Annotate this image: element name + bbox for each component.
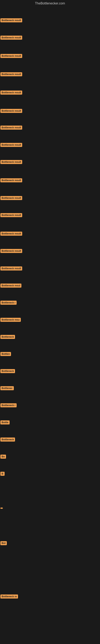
- bottleneck-item-21: Bottleneck: [0, 369, 15, 374]
- bottleneck-badge-16: Bottleneck resul: [0, 284, 21, 288]
- bottleneck-badge-29: Bot: [0, 541, 7, 545]
- bottleneck-badge-1: Bottleneck result: [0, 18, 22, 22]
- bottleneck-badge-30: Bottleneck re: [0, 594, 18, 598]
- bottleneck-badge-7: Bottleneck result: [0, 126, 22, 130]
- bottleneck-item-12: Bottleneck result: [0, 213, 22, 218]
- bottleneck-badge-23: Bottleneck r: [0, 403, 17, 407]
- bottleneck-item-24: Bottle: [0, 420, 10, 425]
- site-title: TheBottlenecker.com: [0, 0, 100, 7]
- bottleneck-item-10: Bottleneck result: [0, 178, 22, 183]
- bottleneck-badge-24: Bottle: [0, 420, 10, 424]
- bottleneck-badge-6: Bottleneck result: [0, 109, 22, 113]
- bottleneck-badge-27: B: [0, 472, 4, 476]
- bottleneck-item-3: Bottleneck result: [0, 54, 22, 59]
- bottleneck-item-13: Bottleneck result: [0, 232, 22, 236]
- bottleneck-badge-26: Bo: [0, 454, 6, 459]
- bottleneck-item-26: Bo: [0, 454, 6, 460]
- bottleneck-item-7: Bottleneck result: [0, 126, 22, 130]
- bottleneck-badge-20: Bottlen: [0, 352, 11, 356]
- bottleneck-badge-4: Bottleneck result: [0, 72, 22, 76]
- bottleneck-item-2: Bottleneck result: [0, 36, 22, 40]
- bottleneck-item-1: Bottleneck result: [0, 18, 22, 23]
- bottleneck-item-18: Bottleneck resu: [0, 318, 21, 322]
- bottleneck-item-28: [0, 506, 3, 510]
- bottleneck-item-25: Bottleneck: [0, 438, 15, 442]
- bottleneck-item-29: Bot: [0, 541, 7, 546]
- bottleneck-badge-8: Bottleneck result: [0, 143, 22, 147]
- bottleneck-badge-14: Bottleneck result: [0, 249, 22, 253]
- bottleneck-badge-22: Bottlenec: [0, 386, 14, 390]
- bottleneck-item-6: Bottleneck result: [0, 109, 22, 114]
- bottleneck-badge-12: Bottleneck result: [0, 213, 22, 217]
- bottleneck-item-8: Bottleneck result: [0, 143, 22, 148]
- bottleneck-item-9: Bottleneck result: [0, 160, 22, 165]
- bottleneck-badge-18: Bottleneck resu: [0, 318, 21, 322]
- bottleneck-badge-19: Bottleneck: [0, 335, 15, 339]
- bottleneck-badge-2: Bottleneck result: [0, 36, 22, 40]
- bottleneck-item-17: Bottleneck r: [0, 301, 17, 306]
- bottleneck-item-19: Bottleneck: [0, 335, 15, 340]
- bottleneck-item-15: Bottleneck result: [0, 266, 22, 271]
- bottleneck-item-5: Bottleneck result: [0, 90, 22, 96]
- bottleneck-badge-5: Bottleneck result: [0, 90, 22, 94]
- bottleneck-item-14: Bottleneck result: [0, 249, 22, 254]
- bottleneck-item-16: Bottleneck resul: [0, 284, 21, 288]
- bottleneck-item-30: Bottleneck re: [0, 594, 18, 599]
- bottleneck-item-23: Bottleneck r: [0, 403, 17, 408]
- bottleneck-item-11: Bottleneck result: [0, 196, 22, 201]
- bottleneck-item-20: Bottlen: [0, 352, 11, 357]
- bottleneck-badge-17: Bottleneck r: [0, 301, 17, 305]
- bottleneck-item-4: Bottleneck result: [0, 72, 22, 77]
- bottleneck-item-22: Bottlenec: [0, 386, 14, 391]
- bottleneck-badge-15: Bottleneck result: [0, 266, 22, 270]
- bottleneck-badge-11: Bottleneck result: [0, 196, 22, 200]
- bottleneck-badge-10: Bottleneck result: [0, 178, 22, 182]
- bottleneck-item-27: B: [0, 472, 4, 476]
- bottleneck-badge-13: Bottleneck result: [0, 232, 22, 236]
- bottleneck-badge-25: Bottleneck: [0, 438, 15, 442]
- bottleneck-badge-21: Bottleneck: [0, 369, 15, 373]
- bottleneck-badge-9: Bottleneck result: [0, 160, 22, 164]
- bottleneck-badge-3: Bottleneck result: [0, 54, 22, 58]
